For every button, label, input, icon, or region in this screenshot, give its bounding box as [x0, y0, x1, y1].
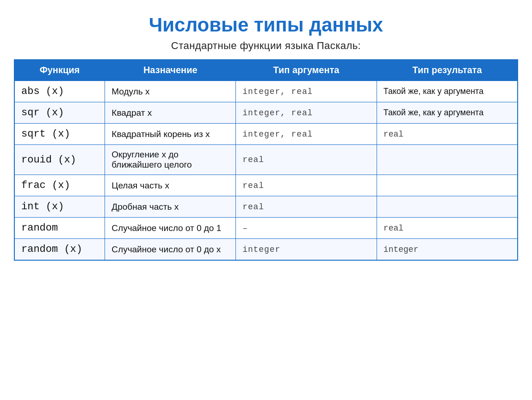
cell-arg-type: real: [236, 145, 377, 175]
table-row: abs (x)Модуль xinteger, realТакой же, ка…: [14, 81, 518, 102]
cell-func: int (x): [14, 196, 105, 218]
cell-res-type: real: [377, 218, 518, 239]
table-row: random (x)Случайное число от 0 до xinteg…: [14, 239, 518, 261]
cell-arg-type: –: [236, 218, 377, 239]
cell-func: frac (x): [14, 175, 105, 196]
cell-func: abs (x): [14, 81, 105, 102]
table-row: rouid (x)Округление x до ближайшего цело…: [14, 145, 518, 175]
header-res-type: Тип результата: [377, 60, 518, 81]
cell-arg-type: integer: [236, 239, 377, 261]
cell-desc: Случайное число от 0 до x: [105, 239, 236, 261]
cell-res-type: [377, 175, 518, 196]
table-row: frac (x)Целая часть xreal: [14, 175, 518, 196]
cell-arg-type: integer, real: [236, 124, 377, 145]
cell-desc: Квадрат x: [105, 102, 236, 124]
cell-desc: Квадратный корень из x: [105, 124, 236, 145]
cell-res-type: real: [377, 124, 518, 145]
cell-arg-type: integer, real: [236, 102, 377, 124]
page-title: Числовые типы данных: [14, 14, 518, 36]
cell-arg-type: integer, real: [236, 81, 377, 102]
header-arg-type: Тип аргумента: [236, 60, 377, 81]
cell-desc: Модуль x: [105, 81, 236, 102]
cell-res-type: [377, 145, 518, 175]
table-row: randomСлучайное число от 0 до 1–real: [14, 218, 518, 239]
cell-desc: Случайное число от 0 до 1: [105, 218, 236, 239]
header-desc: Назначение: [105, 60, 236, 81]
cell-res-type: Такой же, как у аргумента: [377, 81, 518, 102]
cell-desc: Дробная часть x: [105, 196, 236, 218]
table-row: sqr (x)Квадрат xinteger, realТакой же, к…: [14, 102, 518, 124]
cell-func: random: [14, 218, 105, 239]
page-subtitle: Стандартные функции языка Паскаль:: [14, 40, 518, 52]
cell-func: random (x): [14, 239, 105, 261]
cell-arg-type: real: [236, 196, 377, 218]
main-table: Функция Назначение Тип аргумента Тип рез…: [14, 59, 518, 261]
cell-res-type: [377, 196, 518, 218]
cell-desc: Целая часть x: [105, 175, 236, 196]
cell-desc: Округление x до ближайшего целого: [105, 145, 236, 175]
cell-func: sqr (x): [14, 102, 105, 124]
cell-func: rouid (x): [14, 145, 105, 175]
header-func: Функция: [14, 60, 105, 81]
cell-arg-type: real: [236, 175, 377, 196]
table-row: sqrt (x)Квадратный корень из xinteger, r…: [14, 124, 518, 145]
cell-res-type: Такой же, как у аргумента: [377, 102, 518, 124]
cell-res-type: integer: [377, 239, 518, 261]
table-row: int (x)Дробная часть xreal: [14, 196, 518, 218]
cell-func: sqrt (x): [14, 124, 105, 145]
